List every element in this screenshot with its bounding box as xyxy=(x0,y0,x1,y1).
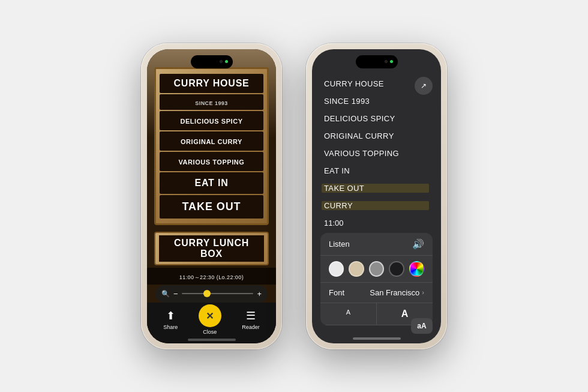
sign-row-curry-house: CURRY HOUSE xyxy=(160,74,263,93)
text-view: ↗ CURRY HOUSE SINCE 1993 DELICIOUS SPICY… xyxy=(312,49,441,343)
font-chevron-icon: › xyxy=(422,289,424,296)
extracted-line-2: DELICIOUS SPICY xyxy=(324,114,429,123)
color-swatch-warm[interactable] xyxy=(349,261,364,277)
context-header: Listen 🔊 xyxy=(320,233,433,256)
camera-view: CURRY HOUSE SINCE 1993 DELICIOUS SPICY O… xyxy=(147,49,276,343)
color-row xyxy=(320,256,433,283)
sign-row-various: VARIOUS TOPPING xyxy=(160,152,263,171)
sign-board: CURRY HOUSE SINCE 1993 DELICIOUS SPICY O… xyxy=(154,67,269,225)
partial-row: 11:00 xyxy=(324,219,429,228)
context-panel: Listen 🔊 Font San Francisco › xyxy=(320,233,433,325)
extracted-line-1: SINCE 1993 xyxy=(324,97,429,106)
phone-2: ↗ CURRY HOUSE SINCE 1993 DELICIOUS SPICY… xyxy=(306,43,447,349)
share-label: Share xyxy=(163,324,178,330)
extracted-line-6: TAKE OUT xyxy=(322,184,429,193)
sign-partial: CURRY LUNCH BOX xyxy=(154,232,269,265)
zoom-minus-icon[interactable]: − xyxy=(173,289,178,298)
extracted-line-3: ORIGINAL CURRY xyxy=(324,131,429,140)
time-bar: 11:00～22:30 (Lo.22:00) xyxy=(147,268,276,285)
aa-button[interactable]: aA xyxy=(411,318,433,334)
font-name: San Francisco xyxy=(370,288,419,297)
font-label: Font xyxy=(329,288,344,297)
phone-1-screen: CURRY HOUSE SINCE 1993 DELICIOUS SPICY O… xyxy=(147,49,276,343)
close-icon: ✕ xyxy=(206,310,214,322)
size-small-button[interactable]: A xyxy=(320,303,377,325)
sign-row-takeout: TAKE OUT xyxy=(160,195,263,219)
sign-text-takeout: TAKE OUT xyxy=(182,201,241,213)
dynamic-island-1 xyxy=(191,55,233,68)
extracted-line-0: CURRY HOUSE xyxy=(324,79,429,88)
home-indicator-1 xyxy=(188,339,236,341)
sign-text-since: SINCE 1993 xyxy=(195,100,228,106)
sign-text-eatin: EAT IN xyxy=(194,178,228,188)
zoom-plus-icon[interactable]: + xyxy=(257,289,262,298)
phone-1: CURRY HOUSE SINCE 1993 DELICIOUS SPICY O… xyxy=(141,43,282,349)
sign-text-original: ORIGINAL CURRY xyxy=(181,138,242,145)
reader-icon: ☰ xyxy=(246,309,256,322)
text-content: ↗ CURRY HOUSE SINCE 1993 DELICIOUS SPICY… xyxy=(312,49,441,233)
extracted-line-4: VARIOUS TOPPING xyxy=(324,149,429,158)
bottom-toolbar: ⬆ Share ✕ Close ☰ Reader xyxy=(147,303,276,343)
sign-text-delicious: DELICIOUS SPICY xyxy=(180,118,242,125)
dynamic-island-2 xyxy=(356,55,398,68)
camera-dot xyxy=(220,60,223,63)
zoom-thumb[interactable] xyxy=(203,290,211,297)
extracted-line-5: EAT IN xyxy=(324,166,429,175)
zoom-glass-icon: 🔍 xyxy=(161,290,170,298)
close-circle[interactable]: ✕ xyxy=(199,304,221,327)
expand-icon: ↗ xyxy=(421,82,427,90)
reader-label: Reader xyxy=(242,324,260,330)
extracted-line-7: CURRY xyxy=(322,201,429,210)
font-row: Font San Francisco › xyxy=(320,283,433,303)
color-swatch-multi[interactable] xyxy=(409,261,424,277)
expand-button[interactable]: ↗ xyxy=(415,77,433,95)
close-button[interactable]: ✕ Close xyxy=(199,304,221,335)
home-indicator-2 xyxy=(353,337,401,340)
color-swatch-white[interactable] xyxy=(329,261,344,277)
share-button[interactable]: ⬆ Share xyxy=(163,309,178,330)
time-text: 11:00～22:30 (Lo.22:00) xyxy=(179,274,244,280)
camera-dot-2 xyxy=(385,60,388,63)
sign-row-since: SINCE 1993 xyxy=(160,94,263,110)
zoom-track[interactable] xyxy=(182,293,254,294)
sign-text-various: VARIOUS TOPPING xyxy=(179,158,245,166)
close-label: Close xyxy=(203,329,217,335)
reader-button[interactable]: ☰ Reader xyxy=(242,309,260,330)
sign-row-delicious: DELICIOUS SPICY xyxy=(160,111,263,130)
partial-text: 11:00 xyxy=(324,219,344,228)
sign-row-original: ORIGINAL CURRY xyxy=(160,131,263,151)
green-dot-2 xyxy=(390,60,393,63)
color-swatch-black[interactable] xyxy=(389,261,404,277)
color-swatch-gray[interactable] xyxy=(369,261,384,277)
green-dot xyxy=(225,60,228,63)
listen-label[interactable]: Listen xyxy=(329,240,350,249)
font-value[interactable]: San Francisco › xyxy=(370,288,424,297)
aa-label: aA xyxy=(417,322,426,330)
share-icon: ⬆ xyxy=(166,309,175,322)
speaker-icon[interactable]: 🔊 xyxy=(412,238,424,250)
sign-text-curry-house: CURRY HOUSE xyxy=(173,78,249,88)
size-small-label: A xyxy=(346,309,350,316)
phone-2-screen: ↗ CURRY HOUSE SINCE 1993 DELICIOUS SPICY… xyxy=(312,49,441,343)
sign-text-partial: CURRY LUNCH BOX xyxy=(174,238,249,259)
sign-row-eatin: EAT IN xyxy=(160,172,263,194)
sign-partial-row: CURRY LUNCH BOX xyxy=(159,235,264,262)
zoom-bar[interactable]: 🔍 − + xyxy=(155,285,268,303)
size-large-label: A xyxy=(401,309,409,319)
